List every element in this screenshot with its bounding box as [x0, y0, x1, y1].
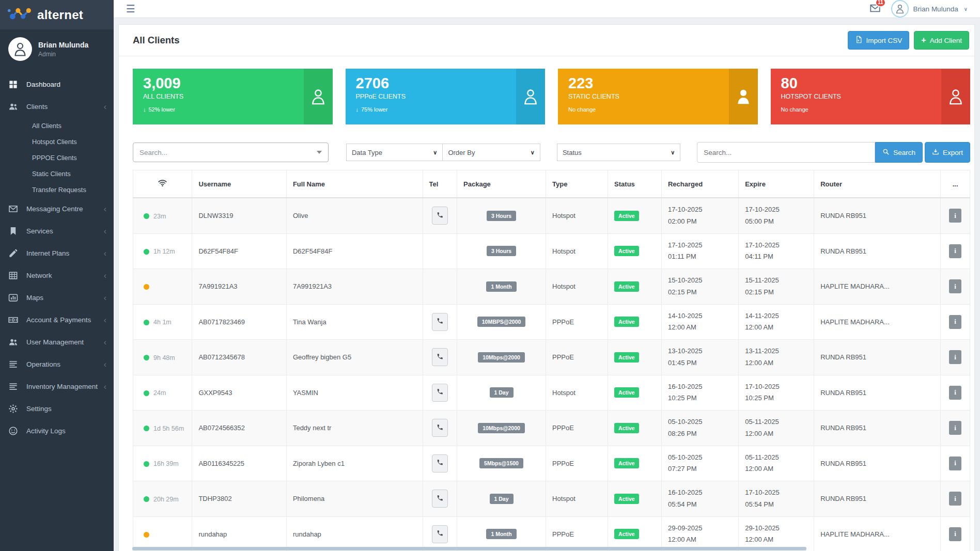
username-cell: AB0717823469 — [192, 304, 287, 340]
menu-toggle-icon[interactable]: ☰ — [126, 3, 135, 15]
actions-cell: i — [941, 304, 970, 340]
info-button[interactable]: i — [949, 456, 961, 470]
uptime-label: 4h 1m — [153, 319, 172, 326]
client-search-select[interactable]: Search... — [133, 143, 329, 162]
sidebar-subitem-all-clients[interactable]: All Clients — [0, 118, 114, 134]
recharged-cell: 05-10-202507:27 PM — [661, 446, 738, 481]
column-header-package: Package — [457, 170, 546, 198]
topbar: ☰ 11 Brian Mulunda ∨ — [114, 0, 980, 18]
sidebar-item-network[interactable]: Network‹ — [0, 264, 114, 287]
sidebar-item-settings[interactable]: Settings — [0, 398, 114, 420]
username-cell: DLNW3319 — [192, 198, 287, 233]
arrow-down-icon: ↓ — [356, 106, 359, 113]
package-badge: 1 Day — [490, 494, 514, 504]
package-badge: 1 Day — [490, 387, 514, 398]
phone-button[interactable] — [432, 454, 448, 473]
table-row: 9h 48mAB0712345678Geoffrey bigben G510Mb… — [133, 340, 970, 375]
add-client-button[interactable]: + Add Client — [914, 31, 969, 50]
sidebar-item-services[interactable]: Services‹ — [0, 220, 114, 242]
sidebar-item-messaging-centre[interactable]: Messaging Centre‹ — [0, 198, 114, 220]
info-button[interactable]: i — [949, 386, 961, 400]
sidebar-item-maps[interactable]: Maps‹ — [0, 287, 114, 309]
sidebar-item-inventory-management[interactable]: Inventory Management‹ — [0, 375, 114, 398]
stat-card-static-clients: 223STATIC CLIENTSNo change — [558, 69, 758, 124]
sidebar-item-operations[interactable]: Operations‹ — [0, 353, 114, 375]
stat-change: ↓52% lower — [143, 106, 304, 113]
sidebar-item-clients[interactable]: Clients‹ — [0, 96, 114, 118]
column-header-status: Status — [608, 170, 662, 198]
recharged-cell: 05-10-202508:26 PM — [661, 411, 738, 446]
info-button[interactable]: i — [949, 527, 961, 541]
sidebar-item-user-management[interactable]: User Management‹ — [0, 331, 114, 353]
sidebar-item-account-payments[interactable]: Account & Payments‹ — [0, 309, 114, 331]
sidebar-subitem-pppoe-clients[interactable]: PPPOE Clients — [0, 150, 114, 166]
sidebar-item-internet-plans[interactable]: Internet Plans‹ — [0, 242, 114, 264]
sidebar-item-label: Inventory Management — [26, 383, 98, 390]
brand-name: alternet — [37, 8, 83, 22]
table-row: 24mGXXP9543YASMIN1 DayHotspotActive16-10… — [133, 375, 970, 411]
search-input[interactable] — [697, 142, 875, 163]
table-row: 1h 12mD62F54F84FD62F54F84F3 HoursHotspot… — [133, 233, 970, 269]
info-button[interactable]: i — [949, 421, 961, 435]
recharged-cell: 17-10-202501:11 PM — [661, 233, 738, 269]
phone-button[interactable] — [432, 525, 448, 543]
chevron-left-icon: ‹ — [104, 205, 106, 213]
package-cell: 1 Day — [457, 481, 546, 517]
user-menu[interactable]: Brian Mulunda ∨ — [891, 0, 968, 18]
sidebar-item-label: Operations — [26, 360, 60, 368]
info-button[interactable]: i — [949, 209, 961, 223]
info-button[interactable]: i — [949, 492, 961, 506]
horizontal-scrollbar-thumb[interactable] — [132, 547, 806, 550]
sidebar-item-label: Messaging Centre — [26, 205, 83, 213]
recharged-cell: 14-10-202512:00 AM — [661, 304, 738, 340]
online-status-dot — [144, 213, 149, 219]
phone-button[interactable] — [432, 419, 448, 437]
search-button[interactable]: Search — [875, 142, 923, 163]
package-badge: 3 Hours — [487, 211, 516, 221]
tel-cell — [423, 340, 457, 375]
sidebar-item-activity-logs[interactable]: Activity Logs — [0, 420, 114, 442]
package-badge: 10MBPS@2000 — [477, 317, 526, 327]
import-csv-button[interactable]: x Import CSV — [848, 31, 910, 50]
person-icon — [516, 69, 545, 124]
page-title: All Clients — [133, 35, 179, 46]
info-button[interactable]: i — [949, 279, 961, 293]
username-cell: 7A991921A3 — [192, 269, 287, 305]
status-select[interactable]: Status ∨ — [557, 144, 680, 161]
brand-logo[interactable]: alternet — [0, 0, 114, 29]
edit-icon — [8, 248, 20, 258]
type-cell: Hotspot — [546, 233, 608, 269]
connection-cell: 23m — [133, 198, 192, 233]
table-row: 20h 29mTDHP3802Philomena1 DayHotspotActi… — [133, 481, 970, 517]
sidebar-subitem-transfer-requests[interactable]: Transfer Requests — [0, 182, 114, 198]
actions-cell: i — [941, 446, 970, 481]
order-by-select[interactable]: Order By ∨ — [442, 144, 540, 161]
online-status-dot — [144, 461, 149, 467]
chevron-left-icon: ‹ — [104, 360, 106, 369]
package-cell: 1 Month — [457, 269, 546, 305]
messages-button[interactable]: 11 — [869, 3, 881, 15]
phone-button[interactable] — [432, 207, 448, 225]
sidebar-item-label: Dashboard — [26, 81, 60, 88]
uptime-label: 1h 12m — [153, 248, 175, 255]
phone-button[interactable] — [432, 384, 448, 402]
export-button[interactable]: Export — [925, 142, 970, 163]
data-type-select[interactable]: Data Type ∨ — [346, 144, 443, 161]
stat-card-pppoe-clients: 2706PPPoE CLIENTS↓75% lower — [346, 69, 546, 124]
info-button[interactable]: i — [949, 315, 961, 329]
filter-bar: Search... Data Type ∨ Order By ∨ Stat — [133, 142, 970, 163]
phone-button[interactable] — [432, 490, 448, 508]
package-cell: 5Mbps@1500 — [457, 446, 546, 481]
status-badge: Active — [614, 494, 639, 504]
column-header-actions: ... — [941, 170, 970, 198]
phone-button[interactable] — [432, 348, 448, 366]
info-button[interactable]: i — [949, 244, 961, 258]
sidebar-subitem-hotspot-clients[interactable]: Hotspot Clients — [0, 134, 114, 150]
username-cell: GXXP9543 — [192, 375, 287, 411]
status-cell: Active — [608, 375, 662, 411]
actions-cell: i — [941, 375, 970, 411]
sidebar-item-dashboard[interactable]: Dashboard — [0, 73, 114, 96]
info-button[interactable]: i — [949, 350, 961, 364]
phone-button[interactable] — [432, 313, 448, 331]
sidebar-subitem-static-clients[interactable]: Static Clients — [0, 166, 114, 182]
